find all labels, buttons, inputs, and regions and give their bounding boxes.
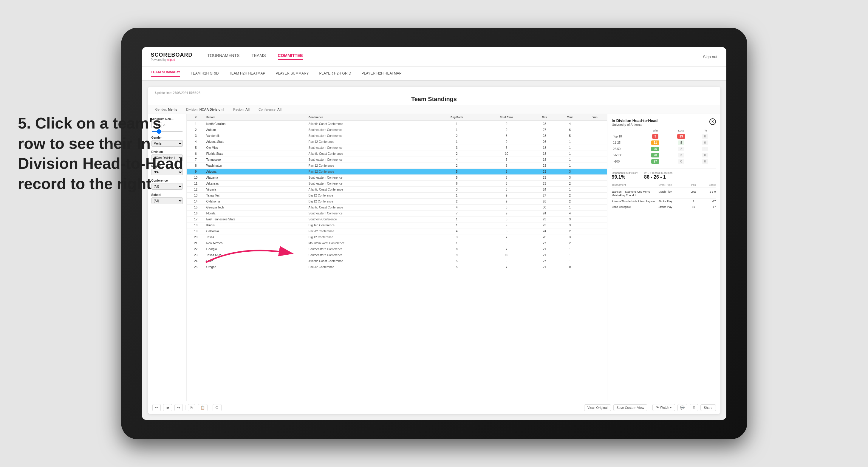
copy-btn[interactable]: ⎘ — [188, 404, 195, 411]
col-conf-rank: Conf Rank — [480, 114, 532, 121]
instruction-arrow — [197, 239, 301, 269]
cell-win — [583, 205, 607, 211]
cell-conf-rank: 8 — [480, 228, 532, 235]
subnav-player-h2h-heatmap[interactable]: PLAYER H2H HEATMAP — [362, 71, 402, 75]
cell-rank: 10 — [187, 175, 205, 181]
cell-conference: Atlantic Coast Conference — [307, 121, 433, 127]
cell-win — [583, 145, 607, 151]
cell-win — [583, 240, 607, 246]
cell-school: Arizona — [205, 169, 307, 175]
cell-conf-rank: 10 — [480, 151, 532, 157]
table-row[interactable]: 10 Alabama Southeastern Conference 5 8 2… — [187, 175, 607, 181]
cell-conf-rank: 9 — [480, 211, 532, 217]
share-btn[interactable]: Share — [701, 404, 716, 411]
view-original-btn[interactable]: View: Original — [584, 404, 611, 411]
cell-conference: Southeastern Conference — [307, 145, 433, 151]
h2h-loss-100plus: 0 — [668, 158, 694, 165]
card-header: Update time: 27/03/2024 15:56:26 Team St… — [148, 87, 720, 105]
table-row[interactable]: 15 Georgia Tech Atlantic Coast Conferenc… — [187, 205, 607, 211]
paste-btn[interactable]: 📋 — [198, 404, 208, 411]
cell-school: Florida — [205, 211, 307, 217]
save-custom-view-btn[interactable]: Save Custom View — [613, 404, 648, 411]
tournament-type-3: Stroke Play — [658, 206, 685, 209]
cell-conf-rank: 8 — [480, 205, 532, 211]
table-row[interactable]: 7 Tennessee Southeastern Conference 4 6 … — [187, 157, 607, 163]
cell-tour: 2 — [557, 228, 583, 235]
toolbar-separator-2 — [210, 405, 210, 410]
h2h-range-26-50: 26-50 — [612, 146, 643, 152]
filter-school-select[interactable]: (All) — [152, 197, 183, 204]
cell-tour: 1 — [557, 151, 583, 157]
nav-links: TOURNAMENTS TEAMS COMMITTEE — [208, 53, 697, 60]
h2h-title: In Division Head-to-Head — [612, 118, 658, 123]
h2h-record-value: 86 - 26 - 1 — [644, 175, 673, 180]
cell-conference: Southern Conference — [307, 217, 433, 222]
tournament-name-3: Cabo Collegiate — [612, 206, 657, 209]
watch-btn[interactable]: 👁 Watch ▾ — [652, 404, 675, 411]
redo-btn[interactable]: ↪ — [175, 404, 183, 411]
h2h-win-11-25: 11 — [642, 139, 668, 146]
undo-btn[interactable]: ↩ — [152, 404, 161, 411]
filter-region-value: All — [245, 108, 250, 111]
cell-win — [583, 133, 607, 139]
subnav-player-summary[interactable]: PLAYER SUMMARY — [276, 71, 309, 75]
filter-display-row: Gender: Men's Division: NCAA Division I … — [148, 105, 720, 114]
cell-rank: 5 — [187, 145, 205, 151]
table-row[interactable]: 17 East Tennessee State Southern Confere… — [187, 217, 607, 222]
tournament-row-1: Jackson T. Stephens Cup Men's Match-Play… — [612, 189, 716, 198]
filter-gender-label: Gender: — [155, 108, 168, 111]
table-row[interactable]: 12 Virginia Atlantic Coast Conference 3 … — [187, 187, 607, 193]
cell-conf-rank: 7 — [480, 235, 532, 240]
h2h-row-top10: Top 10 3 13 0 — [612, 133, 716, 140]
table-row[interactable]: 18 Illinois Big Ten Conference 1 9 23 3 — [187, 222, 607, 228]
cell-conference: Pac-12 Conference — [307, 228, 433, 235]
cell-school: Washington — [205, 163, 307, 169]
table-row[interactable]: 4 Arizona State Pac-12 Conference 1 9 26… — [187, 139, 607, 145]
table-row[interactable]: 16 Florida Southeastern Conference 7 9 2… — [187, 211, 607, 217]
sign-out-btn[interactable]: Sign out — [697, 55, 717, 59]
subnav-player-h2h-grid[interactable]: PLAYER H2H GRID — [319, 71, 351, 75]
subnav-team-h2h-grid[interactable]: TEAM H2H GRID — [190, 71, 219, 75]
table-row[interactable]: 6 Florida State Atlantic Coast Conferenc… — [187, 151, 607, 157]
cell-rank: 12 — [187, 187, 205, 193]
h2h-loss-11-25: 8 — [668, 139, 694, 146]
comment-btn[interactable]: 💬 — [678, 404, 687, 411]
table-row[interactable]: 2 Auburn Southeastern Conference 1 9 27 … — [187, 127, 607, 133]
cell-rank: 11 — [187, 181, 205, 187]
h2h-close-btn[interactable]: ✕ — [709, 118, 716, 125]
nav-committee[interactable]: COMMITTEE — [278, 53, 303, 60]
tournament-row-3: Cabo Collegiate Stroke Play 11 17 — [612, 204, 716, 210]
tournament-score-1: 2-3-0 — [701, 190, 716, 193]
table-row[interactable]: 14 Oklahoma Big 12 Conference 2 9 26 2 — [187, 198, 607, 205]
filter-gender-value: Men's — [168, 108, 177, 111]
subnav-team-summary[interactable]: TEAM SUMMARY — [151, 70, 180, 76]
h2h-tie-top10: 0 — [694, 133, 716, 140]
table-row[interactable]: 19 California Pac-12 Conference 4 8 24 2 — [187, 228, 607, 235]
table-row[interactable]: 8 Washington Pac-12 Conference 2 8 23 1 — [187, 163, 607, 169]
h2h-range-11-25: 11-25 — [612, 139, 643, 146]
table-row[interactable]: 3 Vanderbilt Southeastern Conference 2 8… — [187, 133, 607, 139]
cell-reg-rank: 1 — [433, 121, 480, 127]
grid-btn[interactable]: ⊞ — [690, 404, 698, 411]
h2h-col-tie: Tie — [694, 128, 716, 133]
table-row[interactable]: 1 North Carolina Atlantic Coast Conferen… — [187, 121, 607, 127]
h2h-tournament-header: Tournament Event Type Pos Score — [612, 183, 716, 188]
table-row[interactable]: 5 Ole Miss Southeastern Conference 3 6 1… — [187, 145, 607, 151]
h2h-tie-100plus: 0 — [694, 158, 716, 165]
nav-teams[interactable]: TEAMS — [251, 53, 266, 60]
step-back-btn[interactable]: ⏮ — [163, 404, 172, 411]
h2h-win-100plus: 27 — [642, 158, 668, 165]
cell-rds: 21 — [532, 246, 557, 252]
nav-tournaments[interactable]: TOURNAMENTS — [208, 53, 240, 60]
table-row[interactable]: 9 Arizona Pac-12 Conference 5 8 23 3 — [187, 169, 607, 175]
filter-conference-label: Conference: — [258, 108, 277, 111]
cell-reg-rank: 2 — [433, 163, 480, 169]
sub-nav: TEAM SUMMARY TEAM H2H GRID TEAM H2H HEAT… — [142, 66, 726, 81]
cell-conference: Atlantic Coast Conference — [307, 205, 433, 211]
cell-win — [583, 169, 607, 175]
table-row[interactable]: 13 Texas Tech Big 12 Conference 1 9 27 2 — [187, 193, 607, 198]
table-row[interactable]: 11 Arkansas Southeastern Conference 6 8 … — [187, 181, 607, 187]
cell-conf-rank: 9 — [480, 193, 532, 198]
subnav-team-h2h-heatmap[interactable]: TEAM H2H HEATMAP — [229, 71, 265, 75]
clock-btn[interactable]: ⏱ — [213, 404, 221, 411]
